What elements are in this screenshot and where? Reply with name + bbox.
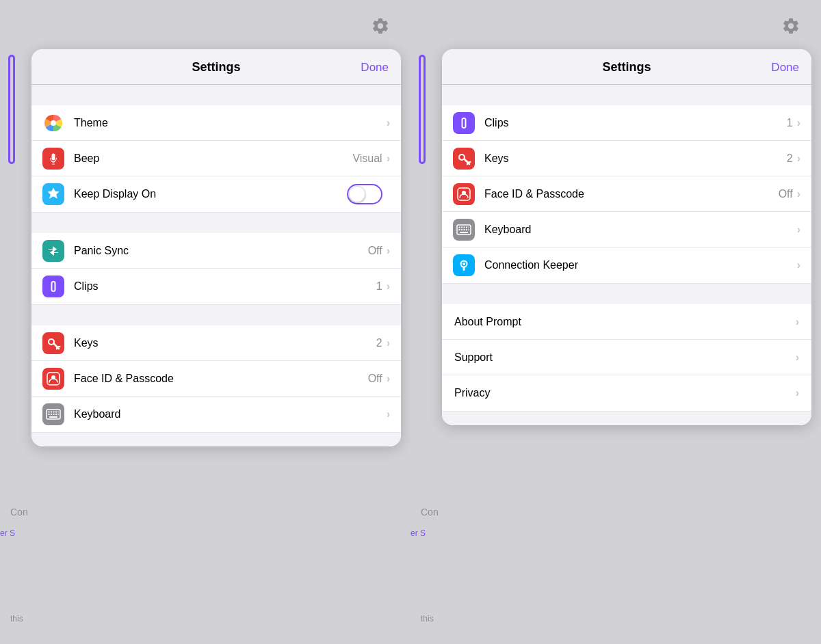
section-gap-r2: [442, 284, 811, 304]
svg-rect-19: [49, 416, 57, 418]
gear-icon-right[interactable]: [780, 15, 802, 37]
right-screen: Con er S this Settings Done Clips 1 ›: [410, 0, 821, 644]
panicsync-label: Panic Sync: [74, 245, 368, 257]
faceid-chevron-right: ›: [797, 188, 800, 200]
beep-chevron: ›: [387, 152, 390, 165]
svg-rect-40: [463, 267, 465, 271]
clips-label-left: Clips: [74, 280, 376, 293]
faceid-value-left: Off: [368, 373, 382, 385]
section-info-right: About Prompt › Support › Privacy ›: [442, 304, 811, 412]
done-button-left[interactable]: Done: [361, 61, 389, 75]
section-gap-r1: [442, 85, 811, 105]
keepdisplay-label: Keep Display On: [74, 188, 347, 200]
svg-rect-14: [49, 414, 50, 415]
svg-rect-12: [55, 412, 57, 413]
svg-rect-11: [53, 412, 55, 413]
faceid-label-left: Face ID & Passcode: [74, 373, 368, 385]
clips-value-right: 1: [787, 117, 793, 129]
bg-this-left: this: [10, 614, 23, 623]
row-support[interactable]: Support ›: [442, 340, 811, 375]
keyboard-label-left: Keyboard: [74, 408, 387, 420]
theme-label: Theme: [74, 117, 387, 129]
svg-rect-36: [469, 229, 469, 230]
svg-rect-30: [466, 226, 467, 228]
keyboard-icon-right: [453, 219, 475, 241]
left-screen: Con er S this Settings Done: [0, 0, 410, 644]
keepdisplay-spacer: ›: [387, 188, 390, 200]
row-faceid-left[interactable]: Face ID & Passcode Off ›: [31, 361, 401, 397]
row-panicsync[interactable]: Panic Sync Off ›: [31, 233, 401, 269]
connkeeper-chevron: ›: [797, 259, 800, 271]
keys-value-right: 2: [787, 152, 793, 165]
keepdisplay-toggle[interactable]: [347, 184, 382, 204]
settings-title-right: Settings: [456, 60, 798, 75]
svg-rect-27: [459, 226, 460, 228]
svg-rect-37: [460, 232, 468, 233]
row-keyboard-right[interactable]: Keyboard ›: [442, 212, 811, 247]
row-faceid-right[interactable]: Face ID & Passcode Off ›: [442, 176, 811, 212]
svg-rect-17: [55, 414, 57, 415]
svg-rect-35: [466, 229, 467, 230]
svg-point-39: [462, 263, 465, 265]
svg-rect-32: [459, 229, 460, 230]
bottom-gap-left: [31, 433, 401, 446]
bottom-gap-right: [442, 412, 811, 425]
theme-icon: [42, 112, 64, 134]
keys-value-left: 2: [376, 337, 382, 349]
keyboard-label-right: Keyboard: [484, 224, 797, 236]
faceid-label-right: Face ID & Passcode: [484, 188, 779, 200]
svg-rect-16: [53, 414, 55, 415]
faceid-chevron-left: ›: [387, 373, 390, 385]
svg-rect-18: [58, 414, 59, 415]
svg-rect-28: [461, 226, 462, 228]
row-connkeeper[interactable]: Connection Keeper ›: [442, 247, 811, 283]
done-button-right[interactable]: Done: [771, 61, 799, 75]
svg-rect-29: [464, 226, 465, 228]
settings-title-left: Settings: [45, 60, 387, 75]
row-keyboard-left[interactable]: Keyboard ›: [31, 397, 401, 432]
clips-value-left: 1: [376, 280, 382, 293]
svg-rect-33: [461, 229, 462, 230]
beep-label: Beep: [74, 152, 352, 165]
purple-accent-left: [8, 55, 15, 164]
svg-rect-31: [469, 226, 469, 228]
bg-ers-left: er S: [0, 528, 15, 538]
toggle-knob: [349, 186, 365, 202]
privacy-chevron: ›: [796, 387, 799, 399]
section-sync: Panic Sync Off › Clips 1 ›: [31, 233, 401, 305]
support-label: Support: [454, 351, 796, 364]
about-chevron: ›: [796, 316, 799, 328]
row-clips-right[interactable]: Clips 1 ›: [442, 105, 811, 141]
row-beep[interactable]: Beep Visual ›: [31, 141, 401, 176]
svg-point-1: [51, 120, 56, 126]
clips-label-right: Clips: [484, 117, 787, 129]
bg-con-right: Con: [421, 507, 439, 518]
keyboard-chevron-left: ›: [387, 408, 390, 420]
gear-icon-left[interactable]: [369, 15, 391, 37]
svg-rect-10: [51, 412, 52, 413]
keys-chevron-right: ›: [797, 152, 800, 165]
row-privacy[interactable]: Privacy ›: [442, 375, 811, 411]
row-keepdisplay[interactable]: Keep Display On ›: [31, 176, 401, 212]
bg-ers-right: er S: [410, 528, 426, 538]
connkeeper-icon: [453, 254, 475, 276]
keys-label-right: Keys: [484, 152, 787, 165]
settings-header-right: Settings Done: [442, 49, 811, 85]
row-keys-right[interactable]: Keys 2 ›: [442, 141, 811, 176]
svg-rect-34: [464, 229, 465, 230]
panicsync-value: Off: [368, 245, 382, 257]
row-about[interactable]: About Prompt ›: [442, 304, 811, 340]
svg-rect-15: [51, 414, 52, 415]
theme-chevron: ›: [387, 117, 390, 129]
row-keys-left[interactable]: Keys 2 ›: [31, 325, 401, 361]
section-security: Keys 2 › Face ID & Passcode Off ›: [31, 325, 401, 433]
faceid-icon-right: [453, 183, 475, 205]
svg-rect-13: [58, 412, 59, 413]
row-clips-left[interactable]: Clips 1 ›: [31, 269, 401, 304]
keys-chevron-left: ›: [387, 337, 390, 349]
section-gap-3: [31, 305, 401, 325]
settings-panel-left: Settings Done: [31, 49, 401, 446]
bg-con-left: Con: [10, 507, 28, 518]
row-theme[interactable]: Theme ›: [31, 105, 401, 141]
settings-panel-right: Settings Done Clips 1 ›: [442, 49, 811, 425]
